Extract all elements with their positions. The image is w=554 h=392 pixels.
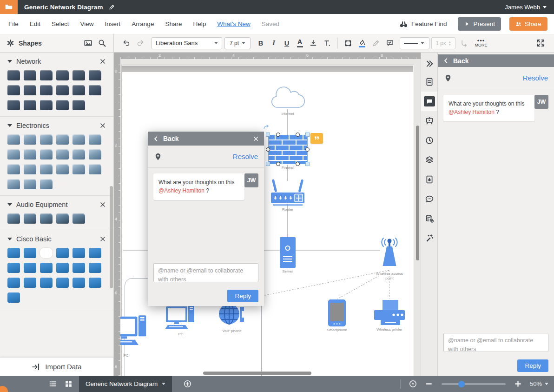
location-pin-icon[interactable]	[444, 74, 452, 82]
shape-hub[interactable]	[24, 85, 36, 95]
home-folder-button[interactable]	[0, 0, 18, 14]
shape-server[interactable]	[56, 248, 69, 258]
font-size-select[interactable]: 7 pt	[224, 37, 251, 49]
chevron-left-icon[interactable]	[443, 58, 449, 64]
shape-server-box[interactable]	[40, 85, 53, 95]
shape-lock[interactable]	[24, 263, 36, 273]
menu-whats-new[interactable]: What's New	[211, 20, 256, 27]
zoom-slider-thumb[interactable]	[458, 381, 465, 387]
connection-point[interactable]	[305, 147, 310, 152]
section-header[interactable]: Audio Equipment	[0, 196, 113, 211]
collapse-caret-icon[interactable]	[7, 203, 12, 206]
dock-history-button[interactable]	[421, 131, 438, 150]
shape-workstation[interactable]	[7, 248, 20, 258]
shape-tower[interactable]	[73, 70, 85, 80]
dock-chat-button[interactable]	[421, 189, 438, 209]
shape-server[interactable]	[7, 70, 20, 80]
line-color-button[interactable]	[369, 36, 383, 50]
shape-plotter[interactable]	[40, 70, 53, 80]
shape-router-disc[interactable]	[40, 263, 53, 273]
shape-pc[interactable]	[56, 263, 69, 273]
shape-card-reader[interactable]	[7, 149, 20, 159]
shape-game-console[interactable]	[7, 179, 20, 189]
shape-database[interactable]	[24, 278, 36, 288]
page-tab[interactable]: Generic Network Diagram	[79, 376, 172, 392]
page-grid-button[interactable]	[60, 376, 76, 392]
underline-button[interactable]: U	[280, 36, 293, 50]
fullscreen-button[interactable]	[534, 36, 547, 50]
node-pc[interactable]: PC	[164, 304, 198, 331]
shape-multifunction-printer[interactable]	[89, 70, 101, 80]
dock-presentation-button[interactable]	[421, 111, 438, 131]
menu-insert[interactable]: Insert	[99, 20, 126, 27]
shape-mp3-player[interactable]	[40, 164, 53, 174]
shape-hifi-unit[interactable]	[89, 164, 101, 174]
line-shape-button[interactable]	[457, 36, 471, 50]
shape-case[interactable]	[24, 149, 36, 159]
shape-building[interactable]	[89, 248, 101, 258]
menu-arrange[interactable]: Arrange	[126, 20, 159, 27]
reply-button[interactable]: Reply	[227, 290, 258, 302]
comment-bubble[interactable]: What are your thoughts on this @Ashley H…	[443, 95, 534, 121]
close-section-icon[interactable]	[99, 122, 106, 129]
shape-surround-speakers[interactable]	[40, 213, 53, 224]
shapes-panel-scrollbar[interactable]	[110, 186, 113, 288]
menu-edit[interactable]: Edit	[24, 20, 46, 27]
comment-reply-input[interactable]	[443, 333, 548, 352]
bold-button[interactable]: B	[254, 36, 267, 50]
menu-view[interactable]: View	[75, 20, 99, 27]
user-account-menu[interactable]: James Webb	[505, 4, 547, 11]
mention-link[interactable]: @Ashley Hamilton	[158, 187, 204, 194]
shape-pc-set[interactable]	[24, 179, 36, 189]
connection-point[interactable]	[276, 133, 280, 137]
resolve-link[interactable]: Resolve	[233, 153, 258, 160]
shape-phone[interactable]	[89, 263, 101, 273]
chat-bubble-button[interactable]	[0, 386, 8, 392]
add-page-button[interactable]	[179, 376, 195, 392]
zoom-level-select[interactable]: 50%	[530, 380, 548, 387]
dock-collapse-panel-button[interactable]	[421, 55, 438, 72]
canvas[interactable]: Internet Firewall	[114, 53, 421, 376]
back-button[interactable]: Back	[163, 135, 178, 142]
section-header[interactable]: Cisco Basic	[0, 230, 113, 246]
reply-button[interactable]: Reply	[517, 359, 548, 372]
shape-file-cabinet[interactable]	[7, 278, 20, 288]
shape-calculator[interactable]	[56, 134, 69, 145]
shape-printer-unit[interactable]	[56, 70, 69, 80]
shape-mini-tower[interactable]	[73, 85, 85, 95]
shape-display[interactable]	[40, 179, 53, 189]
shape-headphones[interactable]	[56, 213, 69, 224]
shape-rack[interactable]	[56, 100, 69, 110]
shape-scanner[interactable]	[73, 149, 85, 159]
connection-point[interactable]	[276, 162, 280, 166]
text-color-button[interactable]: A	[293, 36, 306, 50]
node-wireless-printer[interactable]: Wireless printer	[370, 299, 409, 326]
shape-surround-speakers[interactable]	[40, 134, 53, 145]
shape-switch[interactable]	[24, 248, 36, 258]
shape-style-button[interactable]	[341, 36, 355, 50]
shape-phone-appliance[interactable]	[89, 278, 101, 288]
close-section-icon[interactable]	[99, 58, 106, 65]
shape-copier-2[interactable]	[7, 100, 20, 110]
comment-reply-input[interactable]	[153, 263, 258, 282]
node-smartphone[interactable]: Smartphone	[328, 299, 346, 326]
comment-bubble[interactable]: What are your thoughts on this @Ashley H…	[153, 173, 244, 200]
redo-button[interactable]	[133, 36, 147, 50]
zoom-slider[interactable]	[442, 383, 506, 385]
zoom-out-button[interactable]	[421, 376, 437, 392]
menu-help[interactable]: Help	[187, 20, 211, 27]
rename-pencil-icon[interactable]	[109, 4, 115, 10]
menu-select[interactable]: Select	[46, 20, 75, 27]
shape-speaker-pair[interactable]	[24, 213, 36, 224]
present-button[interactable]: Present	[458, 17, 501, 31]
shape-access-point[interactable]	[7, 292, 20, 303]
resize-handle-ne[interactable]	[305, 133, 310, 137]
line-width-stepper[interactable]: 1 px ▲▼	[431, 37, 455, 49]
insert-image-button[interactable]	[81, 36, 95, 50]
resolve-link[interactable]: Resolve	[523, 74, 548, 82]
node-router[interactable]: Router	[268, 177, 307, 206]
dock-comments-button[interactable]	[421, 92, 438, 111]
shape-copier[interactable]	[24, 70, 36, 80]
shape-cabinet[interactable]	[89, 85, 101, 95]
node-internet[interactable]: Internet	[268, 86, 307, 110]
